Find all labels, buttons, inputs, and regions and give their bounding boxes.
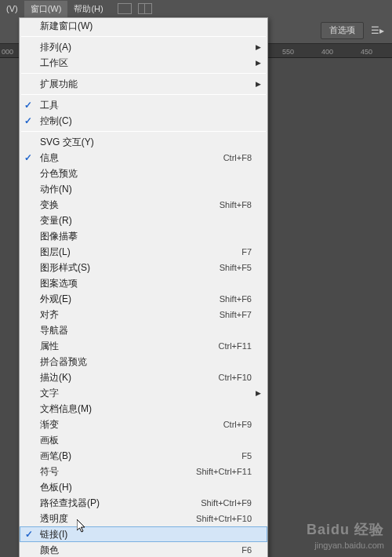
- menu-item[interactable]: 路径查找器(P)Shift+Ctrl+F9: [20, 495, 267, 511]
- menu-item-label: 拼合器预览: [40, 355, 252, 369]
- menu-item-label: 排列(A): [40, 41, 252, 54]
- menu-item-shortcut: F6: [241, 545, 252, 555]
- menu-item-shortcut: Shift+Ctrl+F11: [196, 467, 252, 476]
- prefs-button[interactable]: 首选项: [321, 22, 364, 39]
- menu-item-label: 画板: [40, 434, 252, 447]
- menu-item[interactable]: ✓控制(C): [20, 113, 267, 129]
- check-icon: ✓: [24, 100, 32, 111]
- menu-item-label: 图形样式(S): [40, 261, 220, 275]
- menu-item-label: 动作(N): [40, 183, 252, 196]
- menu-item[interactable]: 图形样式(S)Shift+F5: [20, 260, 267, 275]
- menu-item[interactable]: 属性Ctrl+F11: [20, 338, 267, 354]
- menu-item[interactable]: 分色预览: [20, 166, 267, 181]
- menu-item-shortcut: F5: [241, 451, 252, 461]
- menu-help[interactable]: 帮助(H): [67, 1, 109, 17]
- menu-item-shortcut: Shift+F6: [220, 294, 252, 304]
- check-icon: ✓: [24, 115, 32, 126]
- menu-item-label: 对齐: [40, 308, 220, 322]
- menu-item[interactable]: 工作区▶: [20, 55, 267, 71]
- layout-icon-1[interactable]: [118, 3, 132, 14]
- menu-item-label: SVG 交互(Y): [40, 136, 252, 149]
- menu-item-label: 导航器: [40, 324, 252, 337]
- menu-item-label: 文字: [40, 387, 252, 400]
- menu-item-label: 控制(C): [40, 115, 252, 128]
- menu-item-label: 符号: [40, 465, 196, 479]
- menu-item[interactable]: 新建窗口(W): [20, 18, 267, 34]
- menu-item-label: 颜色: [40, 544, 241, 557]
- menu-item[interactable]: 图像描摹: [20, 228, 267, 244]
- ruler-tick: 550: [282, 48, 294, 56]
- menu-item-label: 新建窗口(W): [40, 20, 252, 33]
- menu-item[interactable]: 描边(K)Ctrl+F10: [20, 370, 267, 385]
- submenu-arrow-icon: ▶: [256, 389, 261, 397]
- menu-item[interactable]: 透明度Shift+Ctrl+F10: [20, 511, 267, 526]
- flyout-icon[interactable]: ☰▸: [368, 22, 386, 39]
- layout-icons: [118, 3, 152, 14]
- menu-item[interactable]: 导航器: [20, 322, 267, 338]
- menu-item-label: 外观(E): [40, 293, 220, 306]
- watermark-brand: Baidu 经验: [307, 521, 384, 539]
- menu-view[interactable]: (V): [0, 2, 24, 16]
- menu-item[interactable]: 拼合器预览: [20, 354, 267, 370]
- menu-item-label: 链接(I): [40, 528, 252, 541]
- menu-item-label: 工具: [40, 99, 252, 112]
- menu-item-shortcut: F7: [241, 247, 252, 257]
- menu-separator: [21, 94, 266, 95]
- submenu-arrow-icon: ▶: [256, 80, 261, 88]
- menu-item-label: 图案选项: [40, 277, 252, 290]
- menu-window[interactable]: 窗口(W): [24, 1, 68, 17]
- menu-item[interactable]: 排列(A)▶: [20, 39, 267, 55]
- menu-item[interactable]: 对齐Shift+F7: [20, 307, 267, 322]
- watermark-url: jingyan.baidu.com: [307, 540, 384, 551]
- menu-item[interactable]: 动作(N): [20, 181, 267, 197]
- menu-item-shortcut: Ctrl+F10: [219, 373, 252, 382]
- menu-item-label: 属性: [40, 340, 219, 353]
- menu-item[interactable]: 颜色F6: [20, 542, 267, 557]
- window-menu-dropdown: 新建窗口(W)排列(A)▶工作区▶扩展功能▶✓工具✓控制(C)SVG 交互(Y)…: [19, 17, 268, 557]
- menu-item-shortcut: Shift+Ctrl+F10: [196, 514, 252, 523]
- submenu-arrow-icon: ▶: [256, 59, 261, 67]
- menu-item[interactable]: 符号Shift+Ctrl+F11: [20, 464, 267, 479]
- layout-icon-2[interactable]: [138, 3, 152, 14]
- menu-item[interactable]: 文档信息(M): [20, 401, 267, 417]
- menu-item[interactable]: ✓链接(I): [20, 526, 267, 542]
- menu-item-shortcut: Ctrl+F11: [219, 341, 252, 351]
- menu-item-shortcut: Shift+F7: [220, 310, 252, 319]
- menu-separator: [21, 73, 266, 74]
- menu-item-label: 变量(R): [40, 214, 252, 228]
- menu-item-shortcut: Shift+F5: [220, 263, 252, 272]
- menu-item-shortcut: Shift+Ctrl+F9: [201, 498, 252, 508]
- menu-item[interactable]: 扩展功能▶: [20, 76, 267, 92]
- watermark: Baidu 经验 jingyan.baidu.com: [307, 521, 384, 551]
- menu-item-label: 文档信息(M): [40, 402, 252, 416]
- ruler-tick: 450: [361, 48, 372, 56]
- menu-item-shortcut: Ctrl+F9: [223, 420, 252, 429]
- menu-item-shortcut: Shift+F8: [220, 200, 252, 209]
- ruler-tick: 000: [2, 48, 13, 56]
- menu-item[interactable]: ✓信息Ctrl+F8: [20, 150, 267, 166]
- menu-item[interactable]: 色板(H): [20, 479, 267, 495]
- menu-item-label: 图层(L): [40, 246, 241, 259]
- menu-item[interactable]: 变量(R): [20, 213, 267, 228]
- menu-item-label: 色板(H): [40, 481, 252, 494]
- menu-item-label: 变换: [40, 198, 220, 212]
- menu-item[interactable]: 画笔(B)F5: [20, 448, 267, 464]
- menu-item[interactable]: 渐变Ctrl+F9: [20, 417, 267, 432]
- menu-item-label: 分色预览: [40, 167, 252, 180]
- menu-item[interactable]: 图层(L)F7: [20, 244, 267, 260]
- menu-item[interactable]: SVG 交互(Y): [20, 134, 267, 150]
- menu-separator: [21, 36, 266, 37]
- menu-item[interactable]: 文字▶: [20, 385, 267, 401]
- menu-item[interactable]: 变换Shift+F8: [20, 197, 267, 213]
- menu-item[interactable]: 画板: [20, 432, 267, 448]
- menu-item[interactable]: 外观(E)Shift+F6: [20, 291, 267, 307]
- menu-item[interactable]: ✓工具: [20, 97, 267, 113]
- menubar: (V) 窗口(W) 帮助(H): [0, 0, 392, 17]
- menu-item[interactable]: 图案选项: [20, 275, 267, 291]
- ruler-tick: 400: [321, 48, 333, 56]
- menu-item-label: 工作区: [40, 56, 252, 70]
- menu-item-label: 描边(K): [40, 371, 219, 384]
- menu-separator: [21, 131, 266, 132]
- menu-item-label: 画笔(B): [40, 450, 241, 463]
- menu-item-label: 图像描摹: [40, 230, 252, 243]
